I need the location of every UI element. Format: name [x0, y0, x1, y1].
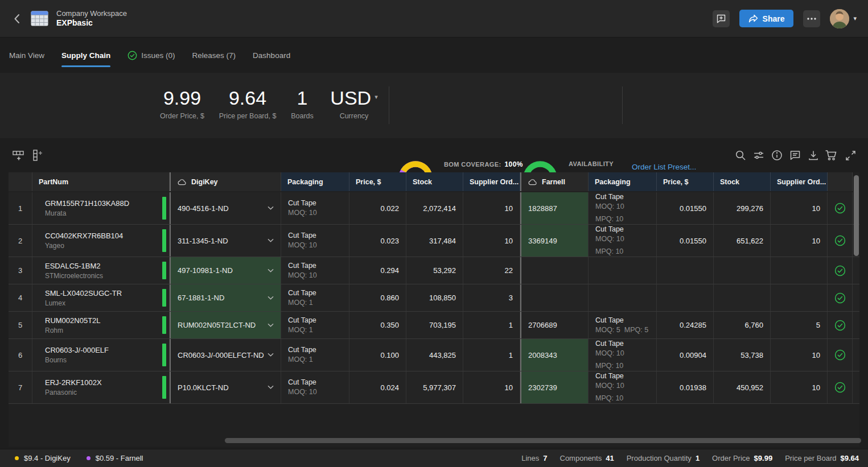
more-button[interactable]: [803, 10, 820, 27]
table-row: 2CC0402KRX7R6BB104Yageo311-1345-1-NDCut …: [9, 225, 859, 257]
tab-issues[interactable]: Issues (0): [127, 38, 175, 73]
digikey-offer-cell[interactable]: 497-10981-1-ND: [170, 257, 281, 284]
search-icon[interactable]: [734, 148, 747, 162]
farnell-offer-cell[interactable]: 3369149: [520, 225, 589, 257]
add-row-icon[interactable]: [11, 148, 25, 162]
farnell-offer-cell[interactable]: 2706689: [520, 312, 589, 338]
expand-icon[interactable]: [844, 148, 857, 162]
availability-bar: [162, 289, 166, 307]
farnell-offer-cell[interactable]: 1828887: [520, 192, 589, 224]
farnell-packaging: Cut Tape: [595, 372, 649, 381]
row-status-cell: [828, 371, 853, 403]
chevron-down-icon[interactable]: [268, 268, 274, 273]
digikey-part-number: RUM002N05T2LCT-ND: [178, 321, 268, 329]
part-cell[interactable]: ERJ-2RKF1002XPanasonic: [32, 371, 170, 403]
ellipsis-icon: [807, 18, 816, 20]
chevron-down-icon[interactable]: [268, 353, 274, 357]
farnell-supplier-order-cell[interactable]: 5: [771, 312, 828, 338]
digikey-offer-cell[interactable]: P10.0KLCT-ND: [170, 371, 281, 403]
comment-icon[interactable]: [788, 148, 802, 162]
digikey-offer-cell[interactable]: 490-4516-1-ND: [170, 192, 281, 224]
part-cell[interactable]: RUM002N05T2LRohm: [32, 312, 170, 338]
availability-bar: [162, 344, 166, 366]
check-circle-icon: [834, 320, 846, 331]
chevron-down-icon[interactable]: [268, 296, 274, 300]
feedback-button[interactable]: [713, 10, 730, 27]
info-icon[interactable]: [770, 148, 784, 162]
row-number: 4: [9, 284, 32, 311]
digikey-packaging: Cut Tape: [288, 289, 342, 297]
digikey-offer-cell[interactable]: 67-1881-1-ND: [170, 284, 281, 311]
lines-metric: Lines 7: [521, 454, 547, 462]
chevron-down-icon[interactable]: [268, 323, 274, 328]
farnell-offer-cell[interactable]: [520, 284, 589, 311]
farnell-offer-cell[interactable]: 2008343: [520, 339, 589, 371]
digikey-supplier-order-cell[interactable]: 10: [463, 371, 520, 403]
digikey-supplier-order-cell[interactable]: 10: [463, 192, 520, 224]
part-number: SML-LX0402SUGC-TR: [45, 289, 169, 297]
farnell-supplier-order-cell[interactable]: [771, 257, 828, 284]
check-circle-icon: [834, 202, 846, 214]
farnell-part-number: 1828887: [528, 204, 581, 213]
chevron-down-icon: ▾: [853, 15, 857, 22]
order-summary-panel: 9.99 Order Price, $ 9.64 Price per Board…: [0, 73, 868, 138]
horizontal-scrollbar[interactable]: [225, 438, 861, 443]
farnell-stock-cell: 651,622: [714, 225, 771, 257]
header-digikey[interactable]: DigiKey: [170, 172, 281, 191]
vertical-scrollbar[interactable]: [854, 175, 859, 256]
digikey-supplier-order-cell[interactable]: 1: [463, 312, 520, 338]
farnell-supplier-order-cell[interactable]: 10: [771, 225, 828, 257]
part-number: GRM155R71H103KA88D: [45, 199, 169, 208]
manufacturer: Yageo: [45, 242, 169, 250]
header-farnell[interactable]: Farnell: [520, 172, 589, 191]
farnell-supplier-order-cell[interactable]: 10: [771, 192, 828, 224]
user-menu[interactable]: ▾: [830, 9, 857, 28]
farnell-packaging: Cut Tape: [595, 316, 649, 325]
farnell-supplier-order-cell[interactable]: 10: [771, 371, 828, 403]
tab-releases[interactable]: Releases (7): [192, 38, 236, 73]
farnell-offer-cell[interactable]: 2302739: [520, 371, 589, 403]
chevron-down-icon[interactable]: [268, 206, 274, 210]
tab-label: Supply Chain: [61, 51, 110, 60]
farnell-mpq: MPQ: 10: [595, 362, 649, 370]
filter-icon[interactable]: [752, 148, 766, 162]
farnell-packaging: Cut Tape: [595, 225, 649, 234]
back-button[interactable]: [7, 9, 26, 28]
availability-bar: [162, 316, 166, 334]
farnell-offer-cell[interactable]: [520, 257, 589, 284]
part-cell[interactable]: ESDALC5-1BM2STMicroelectronics: [32, 257, 170, 284]
digikey-supplier-order-cell[interactable]: 1: [463, 339, 520, 371]
share-button[interactable]: Share: [739, 10, 794, 27]
part-cell[interactable]: GRM155R71H103KA88DMurata: [32, 192, 170, 224]
comment-plus-icon: [716, 14, 726, 24]
currency-selector[interactable]: USD ▾: [326, 86, 382, 110]
digikey-supplier-order-cell[interactable]: 3: [463, 284, 520, 311]
farnell-supplier-order-cell[interactable]: [771, 284, 828, 311]
digikey-supplier-order-cell[interactable]: 10: [463, 225, 520, 257]
availability-bar: [162, 262, 166, 279]
digikey-offer-cell[interactable]: CR0603-J/-000ELFCT-ND: [170, 339, 281, 371]
lines-label: Lines: [521, 454, 539, 462]
tab-main-view[interactable]: Main View: [9, 38, 44, 73]
part-cell[interactable]: SML-LX0402SUGC-TRLumex: [32, 284, 170, 311]
digikey-moq: MOQ: 10: [288, 271, 342, 280]
table-row: 1GRM155R71H103KA88DMurata490-4516-1-NDCu…: [9, 192, 859, 225]
part-cell[interactable]: CC0402KRX7R6BB104Yageo: [32, 225, 170, 257]
chevron-down-icon[interactable]: [268, 385, 274, 390]
digikey-supplier-order-cell[interactable]: 22: [463, 257, 520, 284]
farnell-moq: MOQ: 10: [595, 382, 649, 390]
chevron-down-icon[interactable]: [268, 238, 274, 243]
digikey-packaging-cell: Cut TapeMOQ: 10: [281, 257, 349, 284]
add-column-icon[interactable]: [30, 148, 44, 162]
farnell-supplier-order-cell[interactable]: 10: [771, 339, 828, 371]
tab-supply-chain[interactable]: Supply Chain: [61, 38, 110, 73]
cart-icon[interactable]: [824, 148, 838, 162]
tab-dashboard[interactable]: Dashboard: [253, 38, 290, 73]
farnell-stock-cell: 6,760: [714, 312, 771, 338]
download-icon[interactable]: [807, 148, 820, 162]
digikey-offer-cell[interactable]: 311-1345-1-ND: [170, 225, 281, 257]
part-cell[interactable]: CR0603-J/-000ELFBourns: [32, 339, 170, 371]
digikey-part-number: 67-1881-1-ND: [178, 294, 268, 302]
digikey-offer-cell[interactable]: RUM002N05T2LCT-ND: [170, 312, 281, 338]
digikey-packaging-cell: Cut TapeMOQ: 10: [281, 225, 349, 257]
